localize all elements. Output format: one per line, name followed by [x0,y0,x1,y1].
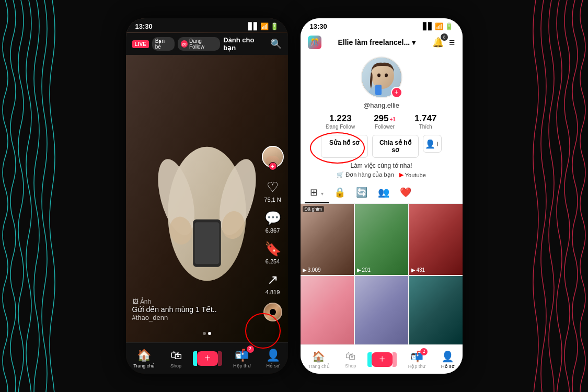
follower-plus: +1 [390,117,396,122]
comment-count: 6.867 [266,227,280,234]
content-tabs: ⊞ ▾ 🔒 🔄 👥 ❤️ [301,182,463,204]
nav-inbox-left[interactable]: 📬 Hộp thư 2 [233,349,251,368]
tab-repost[interactable]: 🔄 [351,182,373,203]
profile-content: 13:30 ▋▋ 📶 🔋 🎊 Ellie làm freelancel... ▾ [301,18,463,344]
create-plus-button[interactable]: + [197,351,218,366]
share-profile-button[interactable]: Chia sẻ hồ sơ [372,135,419,158]
notification-badge: 8 [441,33,448,41]
grid-icon: ⊞ [310,187,318,198]
nav-create-left[interactable]: + [197,351,218,366]
right-phone: 13:30 ▋▋ 📶 🔋 🎊 Ellie làm freelancel... ▾ [301,18,463,374]
status-icons-left: ▋▋ 📶 🔋 [248,22,279,30]
video-count-1: ▶ 3.009 [303,267,321,273]
share-button[interactable]: ↗ 4.819 [266,272,280,295]
tab-grid[interactable]: ⊞ ▾ [305,182,329,203]
comment-button[interactable]: 💬 6.867 [264,210,281,234]
live-badge[interactable]: LIVE [132,40,149,48]
dot-1 [203,332,206,335]
video-thumb-5[interactable] [355,276,408,344]
profile-icon: 🎊 [308,36,321,49]
add-friend-button[interactable]: 👤+ [423,135,442,153]
tab-tagged[interactable]: 👥 [373,182,395,203]
chevron-down-icon: ▾ [412,38,416,47]
page-dots [203,332,211,335]
youtube-link[interactable]: ▶ Youtube [399,171,426,178]
status-bar-right: 13:30 ▋▋ 📶 🔋 [301,18,463,32]
nav-profile-left[interactable]: 👤 Hồ sơ [266,349,280,368]
danh-cho-ban-tab[interactable]: Dành cho bạn [223,36,267,52]
search-icon-left[interactable]: 🔍 [270,38,282,50]
notification-icon-wrap[interactable]: 🔔 8 [432,37,444,48]
profile-icon-right: 👤 [441,350,454,363]
edit-avatar-button[interactable]: + [391,87,402,98]
edit-profile-button[interactable]: Sửa hồ sơ [321,135,368,158]
play-icon-2: ▶ [357,267,361,273]
shop-icon-right: 🛍 [345,350,356,362]
time-right: 13:30 [310,22,327,30]
username-top[interactable]: Ellie làm freelancel... ▾ [338,38,416,47]
heart-icon: ♡ [267,179,279,195]
shop-icon: 🛍 [170,349,182,362]
menu-icon[interactable]: ≡ [449,37,455,49]
profile-action-buttons: Sửa hồ sơ Chia sẻ hồ sơ 👤+ [315,135,448,158]
shop-link[interactable]: 🛒 Đơn hàng của bạn [337,171,394,178]
profile-avatar-wrap: + [361,56,402,98]
follow-plus-badge[interactable]: + [269,162,277,170]
profile-links: 🛒 Đơn hàng của bạn ▶ Youtube [337,171,426,178]
inbox-label: Hộp thư [233,363,251,368]
play-icon-1: ▶ [303,267,307,273]
tab-filter-icon: ▾ [321,191,324,197]
bookmark-count: 6.254 [266,258,280,264]
shop-label-right: Shop [345,363,356,368]
home-icon: 🏠 [137,349,151,362]
bookmark-button[interactable]: 🔖 6.254 [264,241,281,264]
tab-lock[interactable]: 🔒 [329,182,351,203]
dang-follow-tab[interactable]: 20 Đang Follow [178,37,221,51]
video-thumb-2[interactable]: ▶ 201 [355,204,408,275]
like-button[interactable]: ♡ 75,1 N [264,179,281,203]
nav-create-right[interactable]: + [372,352,393,367]
nav-home-left[interactable]: 🏠 Trang chủ [133,349,155,368]
nav-inbox-right[interactable]: 📬 Hộp thư 2 [408,350,426,369]
home-label: Trang chủ [133,363,155,368]
following-count: 1.223 [329,113,352,124]
left-phone: 13:30 ▋▋ 📶 🔋 LIVE Bạn bè 20 Đang Follow … [126,18,288,374]
top-nav-left[interactable]: LIVE Bạn bè 20 Đang Follow Dành cho bạn … [126,33,288,55]
video-thumb-6[interactable] [409,276,463,344]
inbox-label-right: Hộp thư [408,364,426,369]
stats-row: 1.223 Đang Follow 295 +1 Follower 1.74 [301,113,463,130]
pinned-badge: Đã ghim [303,206,325,212]
notification-count: 20 [181,40,188,48]
top-bar-icons: 🔔 8 ≡ [432,37,455,49]
nav-shop-right[interactable]: 🛍 Shop [345,350,356,368]
likes-count: 1.747 [414,113,437,124]
add-person-icon: 👤+ [425,139,440,149]
shop-link-icon: 🛒 [337,171,344,178]
action-buttons: + ♡ 75,1 N 💬 6.867 🔖 6.254 ↗ 4.819 [262,146,284,321]
ban-be-tab[interactable]: Bạn bè [152,37,175,51]
stat-followers[interactable]: 295 +1 Follower [364,113,405,130]
tab-liked[interactable]: ❤️ [395,182,417,203]
shop-label: Shop [170,363,181,368]
nav-profile-right[interactable]: 👤 Hồ sơ [441,350,455,369]
video-thumb-3[interactable]: ▶ 431 [409,204,463,275]
nav-shop-left[interactable]: 🛍 Shop [170,349,182,368]
video-thumb-1[interactable]: Đã ghim ▶ 3.009 [301,204,354,275]
stat-following[interactable]: 1.223 Đang Follow [317,113,365,130]
bookmark-icon: 🔖 [264,241,281,257]
nav-home-right[interactable]: 🏠 Trang chủ [308,350,329,369]
time-left: 13:30 [135,22,153,30]
stat-likes[interactable]: 1.747 Thích [405,113,446,130]
profile-label-left: Hồ sơ [267,363,280,368]
share-count: 4.819 [266,289,280,295]
comment-icon: 💬 [264,210,281,226]
svg-point-16 [377,74,381,77]
create-plus-right[interactable]: + [372,352,393,367]
deco-right [510,0,588,392]
video-thumb-4[interactable] [301,276,354,344]
following-label: Đang Follow [326,124,355,130]
disc-action[interactable] [263,303,282,321]
repost-icon: 🔄 [356,187,367,198]
creator-avatar-wrap[interactable]: + [262,146,284,168]
follower-count: 295 +1 [374,113,396,124]
